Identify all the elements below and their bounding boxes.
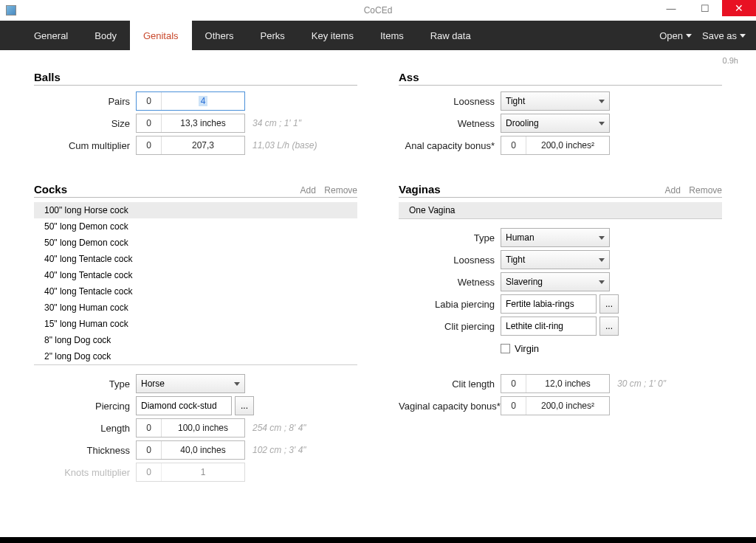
list-item[interactable]: 8" long Dog cock: [34, 332, 357, 348]
list-item[interactable]: One Vagina: [399, 202, 722, 218]
cocks-remove-button[interactable]: Remove: [324, 185, 357, 196]
vaginas-header: Vaginas Add Remove: [399, 183, 722, 198]
clit-length-input[interactable]: 0 12,0 inches: [501, 374, 610, 393]
virgin-label: Virgin: [515, 343, 539, 354]
cocks-header: Cocks Add Remove: [34, 183, 357, 198]
length-input[interactable]: 0 100,0 inches: [136, 418, 245, 437]
length-hint: 254 cm ; 8' 4": [252, 423, 306, 433]
chevron-down-icon: [234, 382, 240, 386]
list-item[interactable]: 40" long Tentacle cock: [34, 251, 357, 267]
cocks-add-button[interactable]: Add: [300, 185, 316, 196]
clit-piercing-label: Clit piercing: [399, 321, 501, 332]
thickness-input[interactable]: 0 40,0 inches: [136, 440, 245, 460]
vaginas-add-button[interactable]: Add: [665, 185, 681, 196]
list-item[interactable]: 40" long Tentacle cock: [34, 267, 357, 283]
window-title: CoCEd: [0, 5, 756, 15]
cocks-list: 100" long Horse cock 50" long Demon cock…: [34, 202, 357, 365]
length-label: Length: [34, 423, 136, 434]
vaginas-list: One Vagina: [399, 202, 722, 219]
vagina-loosness-dropdown[interactable]: Tight: [501, 250, 610, 269]
chevron-down-icon: [599, 122, 605, 125]
minimize-button[interactable]: —: [654, 0, 688, 16]
menubar: General Body Genitals Others Perks Key i…: [0, 21, 756, 50]
tab-perks[interactable]: Perks: [247, 21, 298, 50]
tab-key-items[interactable]: Key items: [298, 21, 367, 50]
vagina-type-dropdown[interactable]: Human: [501, 228, 610, 247]
anal-capacity-label: Anal capacity bonus*: [399, 140, 501, 151]
cum-label: Cum multiplier: [34, 140, 136, 151]
vagina-type-label: Type: [399, 232, 501, 243]
ass-header: Ass: [399, 71, 722, 86]
close-button[interactable]: ✕: [722, 0, 756, 16]
size-label: Size: [34, 118, 136, 129]
labia-piercing-label: Labia piercing: [399, 299, 501, 310]
list-item[interactable]: 50" long Demon cock: [34, 218, 357, 235]
maximize-button[interactable]: ☐: [688, 0, 722, 16]
app-icon: [6, 5, 16, 15]
chevron-down-icon: [686, 34, 692, 38]
knots-label: Knots multiplier: [34, 467, 136, 478]
anal-capacity-input[interactable]: 0 200,0 inches²: [501, 136, 610, 155]
open-menu[interactable]: Open: [659, 30, 692, 41]
list-item[interactable]: 50" long Demon cock: [34, 235, 357, 251]
vaginas-remove-button[interactable]: Remove: [689, 185, 722, 196]
virgin-checkbox[interactable]: [501, 344, 510, 353]
version-label: 0.9h: [723, 56, 738, 65]
chevron-down-icon: [599, 100, 605, 103]
tab-body[interactable]: Body: [81, 21, 130, 50]
balls-header: Balls: [34, 71, 357, 86]
chevron-down-icon: [599, 236, 605, 240]
size-hint: 34 cm ; 1' 1": [252, 118, 301, 128]
tab-genitals[interactable]: Genitals: [130, 21, 192, 50]
piercing-label: Piercing: [34, 401, 136, 412]
cock-type-dropdown[interactable]: Horse: [136, 374, 245, 393]
piercing-more-button[interactable]: ...: [235, 396, 254, 415]
clit-length-hint: 30 cm ; 1' 0": [617, 378, 666, 389]
pairs-input[interactable]: 0 4: [136, 91, 245, 111]
save-as-menu[interactable]: Save as: [702, 30, 746, 41]
vaginal-capacity-input[interactable]: 0 200,0 inches²: [501, 396, 610, 415]
list-item[interactable]: 30" long Human cock: [34, 300, 357, 316]
clit-length-label: Clit length: [399, 378, 501, 390]
list-item[interactable]: 40" long Tentacle cock: [34, 283, 357, 300]
knots-input: 0 1: [136, 463, 245, 482]
pairs-label: Pairs: [34, 96, 136, 107]
list-item[interactable]: 15" long Human cock: [34, 316, 357, 332]
list-item[interactable]: 2" long Dog cock: [34, 348, 357, 364]
thickness-label: Thickness: [34, 445, 136, 456]
vagina-wetness-label: Wetness: [399, 277, 501, 288]
titlebar: CoCEd — ☐ ✕: [0, 0, 756, 21]
size-input[interactable]: 0 13,3 inches: [136, 114, 245, 133]
clit-piercing-field[interactable]: Lethite clit-ring: [501, 317, 597, 336]
vaginal-capacity-label: Vaginal capacity bonus*: [399, 401, 501, 412]
vagina-wetness-dropdown[interactable]: Slavering: [501, 272, 610, 291]
labia-more-button[interactable]: ...: [599, 294, 619, 314]
tab-items[interactable]: Items: [367, 21, 417, 50]
ass-loosness-dropdown[interactable]: Tight: [501, 91, 610, 111]
tab-raw-data[interactable]: Raw data: [417, 21, 484, 50]
thickness-hint: 102 cm ; 3' 4": [252, 445, 306, 455]
labia-piercing-field[interactable]: Fertite labia-rings: [501, 294, 597, 314]
cock-type-label: Type: [34, 378, 136, 390]
piercing-field[interactable]: Diamond cock-stud: [136, 396, 232, 415]
tab-general[interactable]: General: [21, 21, 81, 50]
tab-others[interactable]: Others: [192, 21, 247, 50]
ass-loosness-label: Loosness: [399, 96, 501, 107]
chevron-down-icon: [599, 280, 605, 284]
ass-wetness-dropdown[interactable]: Drooling: [501, 114, 610, 133]
chevron-down-icon: [599, 258, 605, 262]
clit-more-button[interactable]: ...: [599, 317, 619, 336]
cum-input[interactable]: 0 207,3: [136, 136, 245, 155]
chevron-down-icon: [740, 34, 746, 38]
vagina-loosness-label: Loosness: [399, 255, 501, 266]
cum-hint: 11,03 L/h (base): [252, 140, 317, 151]
list-item[interactable]: 100" long Horse cock: [34, 202, 357, 218]
ass-wetness-label: Wetness: [399, 118, 501, 129]
